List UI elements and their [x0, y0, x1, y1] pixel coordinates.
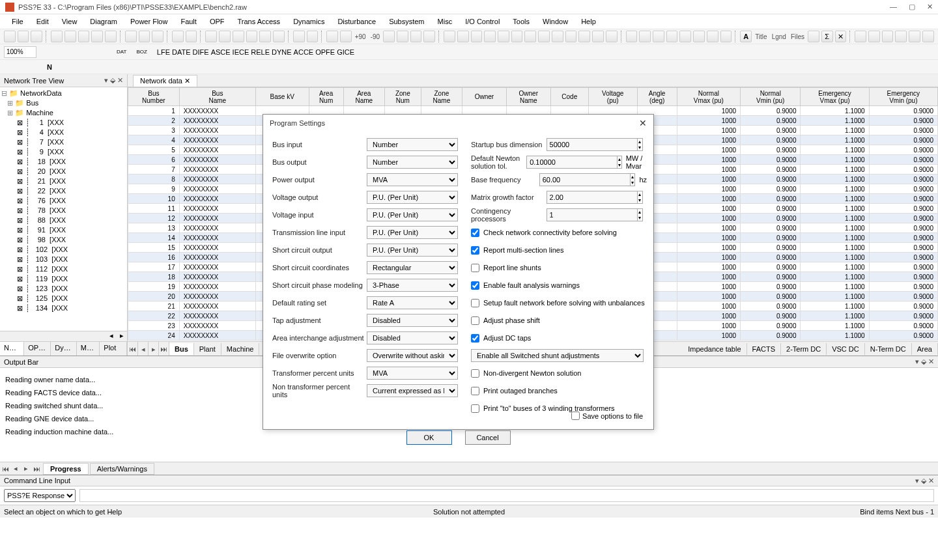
dlg-spinner[interactable] — [547, 208, 638, 221]
tb-ag[interactable] — [639, 31, 651, 42]
tree-machine-item[interactable]: ⊠ ┊ 9 [XXX — [1, 147, 126, 157]
dlg-select[interactable]: Overwrite without asking — [367, 349, 458, 362]
tb-at[interactable] — [909, 31, 920, 42]
tb-undo[interactable] — [105, 31, 117, 42]
tree-tab[interactable]: Plot ... — [100, 342, 127, 356]
tree-dd-icon[interactable]: ▾ — [104, 76, 108, 85]
tb-del[interactable] — [91, 31, 103, 42]
menu-edit[interactable]: Edit — [31, 16, 54, 27]
tb-ab[interactable] — [565, 31, 577, 42]
dlg-checkbox[interactable] — [471, 387, 479, 395]
col-header[interactable]: Emergency Vmax (pu) — [801, 88, 869, 106]
sheet-nav-last[interactable]: ⏭ — [159, 342, 169, 356]
dlg-checkbox[interactable] — [471, 369, 479, 378]
menu-diagram[interactable]: Diagram — [85, 16, 122, 27]
menu-window[interactable]: Window — [537, 16, 573, 27]
tb-n[interactable] — [340, 31, 352, 42]
tb-ae[interactable] — [606, 31, 618, 42]
tb-open[interactable] — [18, 31, 29, 42]
tree-machine-item[interactable]: ⊠ ┊ 91 [XXX — [1, 225, 126, 235]
tb-o[interactable] — [383, 31, 395, 42]
tb2-opfe[interactable]: OPFE — [315, 48, 335, 56]
dlg-select[interactable]: P.U. (Per Unit) — [367, 244, 458, 257]
tb-au[interactable] — [922, 31, 934, 42]
tb-sum[interactable]: Σ — [821, 31, 833, 42]
tb-copy[interactable] — [64, 31, 76, 42]
tree-machine-item[interactable]: ⊠ ┊ 1 [XXX — [1, 118, 126, 128]
tb-rotm90[interactable]: -90 — [369, 33, 381, 40]
menu-view[interactable]: View — [57, 16, 83, 27]
tb-r[interactable] — [423, 31, 435, 42]
col-header[interactable]: Bus Number — [128, 88, 180, 106]
col-header[interactable]: Emergency Vmin (pu) — [869, 88, 937, 106]
spin-buttons[interactable]: ▴▾ — [638, 208, 643, 221]
tree-machine-item[interactable]: ⊠ ┊ 98 [XXX — [1, 235, 126, 245]
col-header[interactable]: Zone Name — [421, 88, 462, 106]
tb-ai[interactable] — [666, 31, 678, 42]
dlg-select[interactable]: P.U. (Per Unit) — [367, 208, 458, 221]
out-close-icon[interactable]: ✕ — [928, 357, 934, 366]
sheet-nav-first[interactable]: ⏮ — [128, 342, 138, 356]
dlg-checkbox[interactable] — [471, 264, 479, 272]
shunt-select[interactable]: Enable all Switched shunt adjustments — [471, 349, 644, 362]
tree-machine-item[interactable]: ⊠ ┊ 88 [XXX — [1, 216, 126, 225]
cli-dd-icon[interactable]: ▾ — [915, 477, 919, 485]
tb-paste[interactable] — [78, 31, 90, 42]
tb-s[interactable] — [444, 31, 455, 42]
tb-w[interactable] — [498, 31, 509, 42]
tb-save[interactable] — [31, 31, 42, 42]
tree-tab[interactable]: Dyn... — [51, 342, 76, 356]
dlg-select[interactable]: Disabled — [367, 314, 458, 327]
col-header[interactable]: Angle (deg) — [637, 88, 677, 106]
tb-l[interactable] — [293, 31, 305, 42]
dlg-spinner[interactable] — [526, 156, 618, 169]
data-tab[interactable]: Network data ✕ — [133, 75, 197, 87]
tb-arrow[interactable] — [326, 31, 338, 42]
tb2-date[interactable]: DATE — [172, 48, 191, 56]
tb2-lfe[interactable]: LFE — [157, 48, 170, 56]
menu-misc[interactable]: Misc — [433, 16, 458, 27]
tb-c[interactable] — [152, 31, 163, 42]
col-header[interactable]: Base kV — [255, 88, 309, 106]
dlg-spinner[interactable] — [547, 191, 638, 204]
tree-scroll-left-icon[interactable]: ◂ — [106, 331, 117, 341]
tb-u[interactable] — [471, 31, 483, 42]
tree-machine-item[interactable]: ⊠ ┊ 134 [XXX — [1, 303, 126, 313]
col-header[interactable]: Voltage (pu) — [588, 88, 637, 106]
tb-aj[interactable] — [679, 31, 691, 42]
tb2-iece[interactable]: IECE — [233, 48, 249, 56]
col-header[interactable]: Owner — [462, 88, 506, 106]
tree-machine-item[interactable]: ⊠ ┊ 112 [XXX — [1, 264, 126, 274]
out-nav[interactable]: ▸ — [21, 464, 31, 473]
col-header[interactable]: Normal Vmin (pu) — [741, 88, 801, 106]
out-dd-icon[interactable]: ▾ — [915, 357, 919, 366]
dlg-select[interactable]: MVA — [367, 173, 458, 186]
tb-ao[interactable]: ✕ — [835, 31, 847, 42]
ok-button[interactable]: OK — [406, 430, 452, 445]
tb-t[interactable] — [457, 31, 469, 42]
tree-machine-item[interactable]: ⊠ ┊ 119 [XXX — [1, 274, 126, 284]
tree-machine-item[interactable]: ⊠ ┊ 103 [XXX — [1, 255, 126, 264]
tb-x[interactable] — [511, 31, 523, 42]
tree-machine-item[interactable]: ⊠ ┊ 21 [XXX — [1, 176, 126, 186]
dlg-spinner[interactable] — [547, 138, 638, 151]
tree-body[interactable]: ⊟ 📁 NetworkData ⊞ 📁 Bus ⊞ 📁 Machine ⊠ ┊ … — [0, 87, 127, 331]
tree-machine-item[interactable]: ⊠ ┊ 18 [XXX — [1, 157, 126, 167]
col-header[interactable]: Owner Name — [506, 88, 550, 106]
tb-new[interactable] — [4, 31, 16, 42]
dlg-checkbox[interactable] — [471, 316, 479, 325]
dlg-select[interactable]: P.U. (Per Unit) — [367, 226, 458, 239]
tb2-dife[interactable]: DIFE — [193, 48, 209, 56]
sheet-tab[interactable]: Area — [912, 343, 938, 355]
tb-aq[interactable] — [868, 31, 880, 42]
tb3-n-box[interactable]: N — [47, 62, 52, 72]
menu-help[interactable]: Help — [576, 16, 601, 27]
tb-files[interactable]: Files — [789, 33, 806, 40]
cli-close-icon[interactable]: ✕ — [928, 477, 934, 485]
dlg-checkbox[interactable] — [471, 299, 479, 307]
out-pin-icon[interactable]: ⬙ — [921, 357, 926, 366]
out-nav[interactable]: ⏭ — [31, 465, 42, 473]
zoom-input[interactable] — [4, 46, 36, 58]
sheet-tab[interactable]: Plant — [194, 343, 221, 355]
menu-subsystem[interactable]: Subsystem — [384, 16, 429, 27]
